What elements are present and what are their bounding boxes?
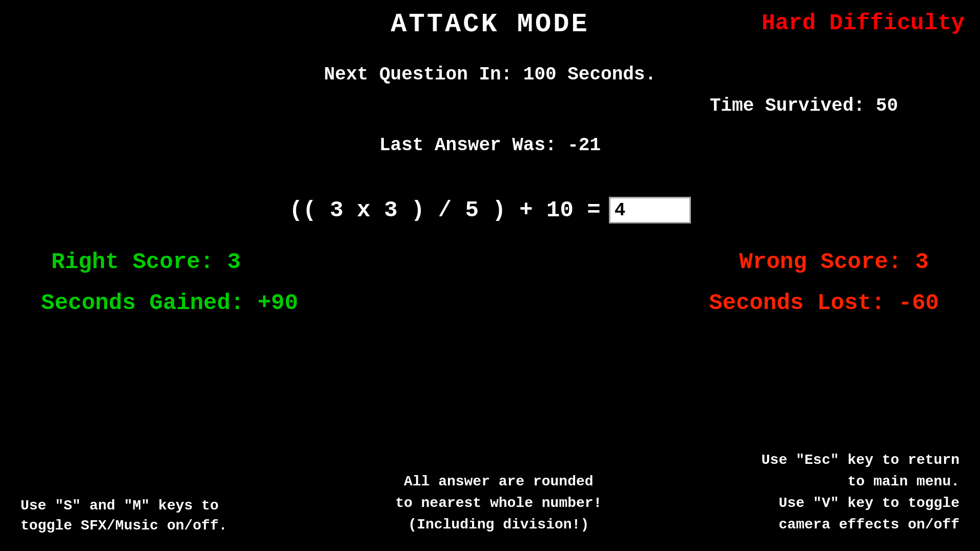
seconds-lost: Seconds Lost: -60 [709,290,939,316]
hint-sfx-music: Use "S" and "M" keys to toggle SFX/Music… [21,496,236,536]
last-answer: Last Answer Was: -21 [0,135,980,156]
right-score: Right Score: 3 [51,249,241,275]
wrong-score: Wrong Score: 3 [739,249,929,275]
seconds-gained: Seconds Gained: +90 [41,290,298,316]
hint-keys: Use "Esc" key to returnto main menu.Use … [762,450,959,536]
answer-input[interactable] [609,197,691,223]
hint-rounding: All answer are rounded to nearest whole … [391,471,606,536]
seconds-row: Seconds Gained: +90 Seconds Lost: -60 [0,290,980,316]
next-question-timer: Next Question In: 100 Seconds. [0,64,980,85]
difficulty-label: Hard Difficulty [762,10,965,36]
time-survived: Time Survived: 50 [0,95,980,116]
bottom-hints: Use "S" and "M" keys to toggle SFX/Music… [0,450,980,551]
scores-row: Right Score: 3 Wrong Score: 3 [0,249,980,275]
equation-row: (( 3 x 3 ) / 5 ) + 10 = [0,197,980,223]
equation-display: (( 3 x 3 ) / 5 ) + 10 = [289,197,600,223]
